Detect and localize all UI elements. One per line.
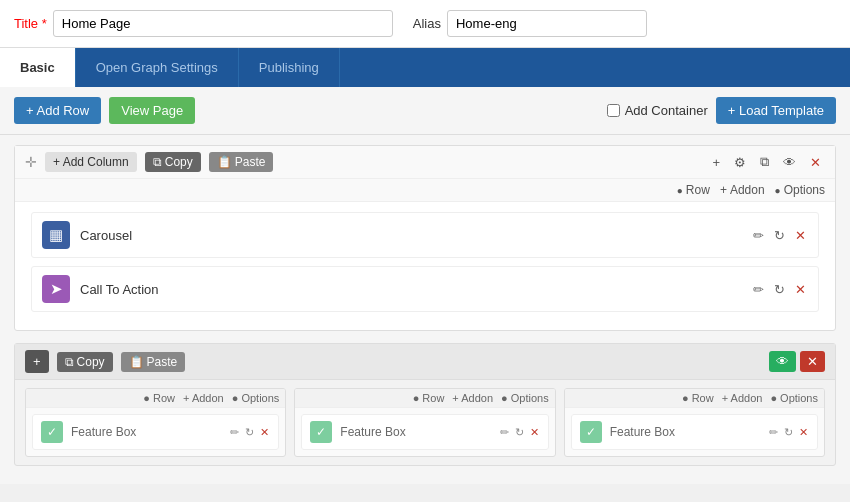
col2-feature-box: ✓ Feature Box ✏ ↻ ✕ [301, 414, 548, 450]
col3-feature-box: ✓ Feature Box ✏ ↻ ✕ [571, 414, 818, 450]
title-input[interactable] [53, 10, 393, 37]
col3-addon-label[interactable]: + Addon [722, 392, 763, 404]
top-bar: Title * Alias [0, 0, 850, 48]
row-1-header: ✛ + Add Column ⧉ Copy 📋 Paste + ⚙ ⧉ 👁 ✕ [15, 146, 835, 179]
col2-options-label[interactable]: ● Options [501, 392, 549, 404]
cta-edit-button[interactable]: ✏ [751, 280, 766, 299]
col3-delete-btn[interactable]: ✕ [798, 425, 809, 440]
alias-input[interactable] [447, 10, 647, 37]
row1-paste-button[interactable]: 📋 Paste [209, 152, 274, 172]
col1-sub-bar: ● Row + Addon ● Options [26, 389, 285, 408]
drag-handle-icon[interactable]: ✛ [25, 154, 37, 170]
col-1: ● Row + Addon ● Options ✓ Feature Box ✏ … [25, 388, 286, 457]
col2-refresh-btn[interactable]: ↻ [514, 425, 525, 440]
col1-feature-icon: ✓ [41, 421, 63, 443]
col3-feature-icon: ✓ [580, 421, 602, 443]
tab-basic[interactable]: Basic [0, 48, 76, 87]
row2-delete-icon[interactable]: ✕ [800, 351, 825, 372]
row1-copy-button[interactable]: ⧉ Copy [145, 152, 201, 172]
col3-options-label[interactable]: ● Options [770, 392, 818, 404]
add-row-button[interactable]: + Add Row [14, 97, 101, 124]
add-column-button[interactable]: + Add Column [45, 152, 137, 172]
row2-copy-icon: ⧉ [65, 355, 74, 369]
title-label: Title * [14, 16, 47, 31]
carousel-title: Carousel [80, 228, 751, 243]
three-col-area: ● Row + Addon ● Options ✓ Feature Box ✏ … [15, 380, 835, 465]
col2-feature-icon: ✓ [310, 421, 332, 443]
col3-sub-bar: ● Row + Addon ● Options [565, 389, 824, 408]
col1-addon-label[interactable]: + Addon [183, 392, 224, 404]
add-container-group: Add Container [607, 103, 708, 118]
col2-sub-bar: ● Row + Addon ● Options [295, 389, 554, 408]
view-page-button[interactable]: View Page [109, 97, 195, 124]
col3-controls: ✏ ↻ ✕ [768, 425, 809, 440]
row2-paste-icon: 📋 [129, 355, 144, 369]
col1-controls: ✏ ↻ ✕ [229, 425, 270, 440]
cta-title: Call To Action [80, 282, 751, 297]
col2-edit-btn[interactable]: ✏ [499, 425, 510, 440]
title-required: * [42, 16, 47, 31]
carousel-delete-button[interactable]: ✕ [793, 226, 808, 245]
row2-eye-icon[interactable]: 👁 [769, 351, 796, 372]
col2-feature-title: Feature Box [340, 425, 498, 439]
col2-delete-btn[interactable]: ✕ [529, 425, 540, 440]
addon-list-1: ▦ Carousel ✏ ↻ ✕ ➤ Call To Action ✏ ↻ ✕ [15, 202, 835, 330]
plus-addon-icon: + [720, 183, 727, 197]
row1-right-actions: + ⚙ ⧉ 👁 ✕ [708, 152, 825, 172]
col2-addon-label[interactable]: + Addon [452, 392, 493, 404]
col2-row-label[interactable]: ● Row [413, 392, 445, 404]
row-block-1: ✛ + Add Column ⧉ Copy 📋 Paste + ⚙ ⧉ 👁 ✕ … [14, 145, 836, 331]
addon-carousel: ▦ Carousel ✏ ↻ ✕ [31, 212, 819, 258]
row2-copy-button[interactable]: ⧉ Copy [57, 352, 113, 372]
row-block-2: + ⧉ Copy 📋 Paste 👁 ✕ ● Row + Addon ● Op [14, 343, 836, 466]
col1-refresh-btn[interactable]: ↻ [244, 425, 255, 440]
row-dot-icon: ● [677, 185, 683, 196]
row1-eye-icon[interactable]: 👁 [779, 153, 800, 172]
title-group: Title * [14, 10, 393, 37]
cta-delete-button[interactable]: ✕ [793, 280, 808, 299]
load-template-button[interactable]: + Load Template [716, 97, 836, 124]
row1-addon-label[interactable]: + Addon [720, 183, 765, 197]
col-3: ● Row + Addon ● Options ✓ Feature Box ✏ … [564, 388, 825, 457]
cta-icon: ➤ [42, 275, 70, 303]
row1-delete-icon[interactable]: ✕ [806, 153, 825, 172]
row1-add-icon[interactable]: + [708, 153, 724, 172]
main-toolbar: + Add Row View Page Add Container + Load… [0, 87, 850, 135]
col1-delete-btn[interactable]: ✕ [259, 425, 270, 440]
carousel-controls: ✏ ↻ ✕ [751, 226, 808, 245]
row2-right-btns: 👁 ✕ [769, 351, 825, 372]
carousel-refresh-button[interactable]: ↻ [772, 226, 787, 245]
col1-feature-box: ✓ Feature Box ✏ ↻ ✕ [32, 414, 279, 450]
paste-icon: 📋 [217, 155, 232, 169]
row1-gear-icon[interactable]: ⚙ [730, 153, 750, 172]
tabs-bar: Basic Open Graph Settings Publishing [0, 48, 850, 87]
tab-open-graph[interactable]: Open Graph Settings [76, 48, 239, 87]
col1-feature-title: Feature Box [71, 425, 229, 439]
row2-paste-button[interactable]: 📋 Paste [121, 352, 186, 372]
cta-controls: ✏ ↻ ✕ [751, 280, 808, 299]
alias-label: Alias [413, 16, 441, 31]
col3-edit-btn[interactable]: ✏ [768, 425, 779, 440]
row2-plus-button[interactable]: + [25, 350, 49, 373]
col3-refresh-btn[interactable]: ↻ [783, 425, 794, 440]
row1-copy-icon[interactable]: ⧉ [756, 152, 773, 172]
addon-cta: ➤ Call To Action ✏ ↻ ✕ [31, 266, 819, 312]
cta-refresh-button[interactable]: ↻ [772, 280, 787, 299]
tab-publishing[interactable]: Publishing [239, 48, 340, 87]
alias-group: Alias [413, 10, 647, 37]
col3-row-label[interactable]: ● Row [682, 392, 714, 404]
carousel-icon: ▦ [42, 221, 70, 249]
row1-row-label[interactable]: ● Row [677, 183, 710, 197]
copy-icon: ⧉ [153, 155, 162, 169]
col1-edit-btn[interactable]: ✏ [229, 425, 240, 440]
carousel-edit-button[interactable]: ✏ [751, 226, 766, 245]
row1-options-label[interactable]: ● Options [775, 183, 825, 197]
title-text: Title [14, 16, 38, 31]
col2-controls: ✏ ↻ ✕ [499, 425, 540, 440]
col-2: ● Row + Addon ● Options ✓ Feature Box ✏ … [294, 388, 555, 457]
row1-sub-bar: ● Row + Addon ● Options [15, 179, 835, 202]
add-container-checkbox[interactable] [607, 104, 620, 117]
row2-header: + ⧉ Copy 📋 Paste 👁 ✕ [15, 344, 835, 380]
col1-options-label[interactable]: ● Options [232, 392, 280, 404]
col1-row-label[interactable]: ● Row [143, 392, 175, 404]
